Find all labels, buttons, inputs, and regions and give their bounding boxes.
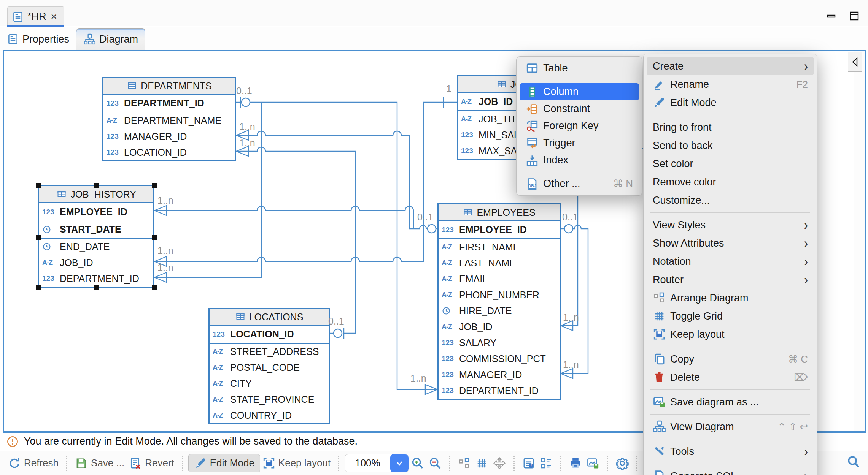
column-row-end_date[interactable]: END_DATE xyxy=(39,239,153,255)
column-row-city[interactable]: A-ZCITY xyxy=(210,375,329,391)
column-row-email[interactable]: A-ZEMAIL xyxy=(439,271,560,287)
column-row-state_province[interactable]: A-ZSTATE_PROVINCE xyxy=(210,391,329,407)
tab-properties[interactable]: Properties xyxy=(0,28,76,50)
tab-diagram[interactable]: Diagram xyxy=(76,28,145,50)
menu-item-copy[interactable]: Copy⌘ C xyxy=(647,350,814,368)
toggle-grid-button[interactable] xyxy=(473,455,491,471)
diagram-outline-button[interactable] xyxy=(537,455,555,471)
column-name: SALARY xyxy=(459,337,496,348)
menu-item-notation[interactable]: Notation› xyxy=(647,252,814,271)
menu-item-edit-mode[interactable]: Edit Mode xyxy=(647,93,814,112)
menu-item-create[interactable]: Create› xyxy=(647,57,814,75)
menu-item-delete[interactable]: Delete⌦ xyxy=(647,368,814,386)
menu-item-keep-layout[interactable]: Keep layout xyxy=(647,325,814,344)
column-row-first_name[interactable]: A-ZFIRST_NAME xyxy=(439,239,560,255)
keep-layout-toggle[interactable]: Keep layout xyxy=(260,455,333,471)
text-type-icon: A-Z xyxy=(213,364,230,372)
menu-item-tools[interactable]: Tools› xyxy=(647,442,814,461)
selection-handle[interactable] xyxy=(152,235,157,240)
column-row-location_id[interactable]: 123LOCATION_ID xyxy=(103,144,235,160)
submenu-item-other[interactable]: OBJOther ...⌘ N xyxy=(520,175,639,192)
menu-item-arrange-diagram[interactable]: Arrange Diagram xyxy=(647,289,814,307)
selection-handle[interactable] xyxy=(94,183,99,188)
column-row-postal_code[interactable]: A-ZPOSTAL_CODE xyxy=(210,359,329,375)
entity-table-employees[interactable]: EMPLOYEES123EMPLOYEE_IDA-ZFIRST_NAMEA-ZL… xyxy=(437,203,561,400)
maximize-icon[interactable] xyxy=(849,10,860,22)
menu-item-bring-to-front[interactable]: Bring to front xyxy=(647,118,814,136)
submenu-item-constraint[interactable]: Constraint xyxy=(520,100,639,117)
menu-item-toggle-grid[interactable]: Toggle Grid xyxy=(647,307,814,325)
column-row-employee_id[interactable]: 123EMPLOYEE_ID xyxy=(39,203,153,221)
column-row-manager_id[interactable]: 123MANAGER_ID xyxy=(439,367,560,383)
column-row-last_name[interactable]: A-ZLAST_NAME xyxy=(439,255,560,271)
entity-table-locations[interactable]: LOCATIONS123LOCATION_IDA-ZSTREET_ADDRESS… xyxy=(208,308,330,424)
column-row-employee_id[interactable]: 123EMPLOYEE_ID xyxy=(439,221,560,239)
selection-handle[interactable] xyxy=(36,183,41,188)
show-attributes-button[interactable]: i xyxy=(520,455,537,471)
submenu-item-index[interactable]: Index xyxy=(520,152,639,169)
selection-handle[interactable] xyxy=(94,285,99,290)
column-row-department_name[interactable]: A-ZDEPARTMENT_NAME xyxy=(103,112,235,128)
edit-mode-toggle[interactable]: Edit Mode xyxy=(188,454,260,472)
column-row-street_address[interactable]: A-ZSTREET_ADDRESS xyxy=(210,344,329,359)
menu-item-remove-color[interactable]: Remove color xyxy=(647,173,814,191)
column-row-hire_date[interactable]: HIRE_DATE xyxy=(439,303,560,319)
column-row-department_id[interactable]: 123DEPARTMENT_ID xyxy=(439,383,560,399)
table-header[interactable]: DEPARTMENTS xyxy=(103,78,235,95)
column-row-country_id[interactable]: A-ZCOUNTRY_ID xyxy=(210,407,329,423)
menu-item-save-diagram-as[interactable]: Save diagram as ... xyxy=(647,393,814,411)
submenu-item-foreign-key[interactable]: Foreign Key xyxy=(520,117,639,135)
numeric-type-icon: 123 xyxy=(107,99,124,108)
table-header[interactable]: JOB_HISTORY xyxy=(39,186,153,203)
selection-handle[interactable] xyxy=(152,183,157,188)
menu-item-view-diagram[interactable]: View Diagram⌃ ⇧ ↩ xyxy=(647,418,814,436)
submenu-item-trigger[interactable]: Trigger xyxy=(520,135,639,152)
search-button[interactable] xyxy=(847,455,860,468)
entity-table-departments[interactable]: DEPARTMENTS123DEPARTMENT_IDA-ZDEPARTMENT… xyxy=(102,77,236,162)
column-row-manager_id[interactable]: 123MANAGER_ID xyxy=(103,128,235,144)
text-type-icon: A-Z xyxy=(107,117,124,125)
zoom-out-button[interactable] xyxy=(426,455,444,471)
zoom-level-control[interactable]: 100% xyxy=(345,454,409,472)
column-row-phone_number[interactable]: A-ZPHONE_NUMBER xyxy=(439,287,560,303)
table-header[interactable]: LOCATIONS xyxy=(210,309,329,326)
menu-item-set-color[interactable]: Set color xyxy=(647,155,814,173)
arrange-diagram-button[interactable] xyxy=(456,455,473,471)
selection-handle[interactable] xyxy=(36,285,41,290)
submenu-item-column[interactable]: Column xyxy=(520,83,639,100)
revert-button[interactable]: Revert xyxy=(127,455,176,471)
editor-tab-hr[interactable]: *HR × xyxy=(7,6,64,26)
column-row-job_id[interactable]: A-ZJOB_ID xyxy=(39,255,153,271)
selection-handle[interactable] xyxy=(36,235,41,240)
minimize-icon[interactable] xyxy=(825,11,838,21)
save-diagram-image-button[interactable] xyxy=(584,455,602,471)
submenu-item-table[interactable]: Table xyxy=(520,60,639,77)
column-row-location_id[interactable]: 123LOCATION_ID xyxy=(210,326,329,344)
refresh-button[interactable]: Refresh xyxy=(6,455,61,471)
chevron-down-icon[interactable] xyxy=(390,454,409,472)
column-row-job_id[interactable]: A-ZJOB_ID xyxy=(439,319,560,335)
settings-button[interactable] xyxy=(614,455,631,471)
menu-item-view-styles[interactable]: View Styles› xyxy=(647,216,814,234)
print-button[interactable] xyxy=(567,455,584,471)
zoom-in-button[interactable] xyxy=(409,455,426,471)
column-row-department_id[interactable]: 123DEPARTMENT_ID xyxy=(39,271,153,287)
column-row-commission_pct[interactable]: 123COMMISSION_PCT xyxy=(439,351,560,367)
save-button[interactable]: Save ... xyxy=(73,455,127,471)
menu-item-show-attributes[interactable]: Show Attributes› xyxy=(647,234,814,252)
menu-item-rename[interactable]: RenameF2 xyxy=(647,75,814,93)
menu-item-customize[interactable]: Customize... xyxy=(647,191,814,209)
column-row-start_date[interactable]: START_DATE xyxy=(39,221,153,239)
menu-item-generate-sql[interactable]: SQLGenerate SQL› xyxy=(647,467,814,475)
close-icon[interactable]: × xyxy=(50,11,58,22)
column-row-salary[interactable]: 123SALARY xyxy=(439,335,560,351)
numeric-type-icon: 123 xyxy=(442,339,459,347)
fit-window-button[interactable] xyxy=(491,455,508,471)
selection-handle[interactable] xyxy=(152,285,157,290)
collapse-palette-button[interactable] xyxy=(848,52,862,72)
menu-item-router[interactable]: Router› xyxy=(647,271,814,289)
column-row-department_id[interactable]: 123DEPARTMENT_ID xyxy=(103,95,235,112)
menu-item-send-to-back[interactable]: Send to back xyxy=(647,136,814,155)
table-header[interactable]: EMPLOYEES xyxy=(439,204,560,221)
entity-table-job_history[interactable]: JOB_HISTORY123EMPLOYEE_IDSTART_DATEEND_D… xyxy=(38,185,154,288)
